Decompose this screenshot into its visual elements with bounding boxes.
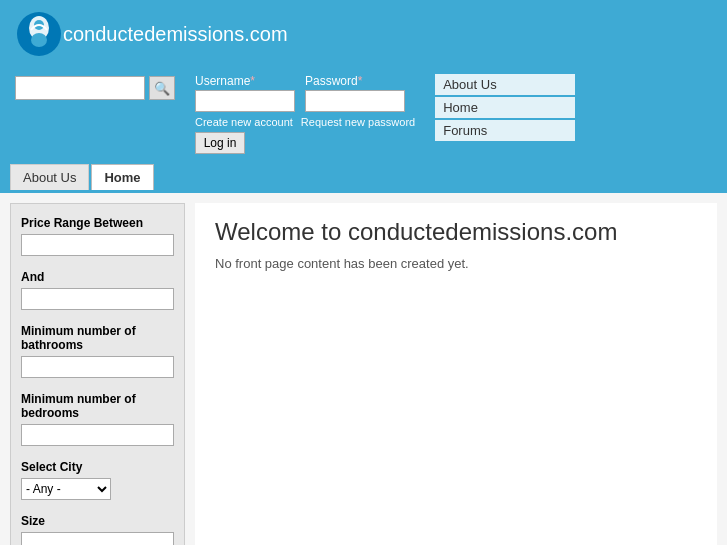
select-city-label: Select City bbox=[21, 460, 174, 474]
content-area: Welcome to conductedemissions.com No fro… bbox=[195, 203, 717, 545]
city-select[interactable]: - Any - bbox=[21, 478, 111, 500]
search-icon: 🔍 bbox=[154, 81, 170, 96]
price-range-section: Price Range Between bbox=[21, 216, 174, 264]
size-input[interactable] bbox=[21, 532, 174, 545]
price-range-max-input[interactable] bbox=[21, 288, 174, 310]
nav-about-us[interactable]: About Us bbox=[435, 74, 575, 95]
drupal-logo bbox=[15, 10, 63, 58]
site-title: conductedemissions.com bbox=[63, 23, 288, 46]
login-form: Username* Password* Create new account R… bbox=[195, 74, 415, 154]
main: Price Range Between And Minimum number o… bbox=[0, 193, 727, 545]
password-label: Password* bbox=[305, 74, 405, 88]
nav-home[interactable]: Home bbox=[435, 97, 575, 118]
nav-forums[interactable]: Forums bbox=[435, 120, 575, 141]
and-label: And bbox=[21, 270, 174, 284]
no-content-message: No front page content has been created y… bbox=[215, 256, 697, 271]
nav-menu: About Us Home Forums bbox=[435, 74, 575, 141]
min-bedrooms-section: Minimum number of bedrooms bbox=[21, 392, 174, 454]
login-fields: Username* Password* bbox=[195, 74, 415, 112]
svg-point-2 bbox=[31, 33, 47, 47]
request-password-link[interactable]: Request new password bbox=[301, 116, 415, 128]
tab-home[interactable]: Home bbox=[91, 164, 153, 190]
min-bedrooms-input[interactable] bbox=[21, 424, 174, 446]
password-field[interactable] bbox=[305, 90, 405, 112]
select-city-section: Select City - Any - bbox=[21, 460, 174, 508]
login-btn-row: Log in bbox=[195, 132, 415, 154]
size-label: Size bbox=[21, 514, 174, 528]
price-range-min-input[interactable] bbox=[21, 234, 174, 256]
search-input[interactable] bbox=[15, 76, 145, 100]
username-label-group: Username* bbox=[195, 74, 295, 112]
login-links: Create new account Request new password bbox=[195, 116, 415, 128]
min-bathrooms-label: Minimum number of bathrooms bbox=[21, 324, 174, 352]
header: conductedemissions.com bbox=[0, 0, 727, 68]
price-range-label: Price Range Between bbox=[21, 216, 174, 230]
username-label: Username* bbox=[195, 74, 295, 88]
welcome-title: Welcome to conductedemissions.com bbox=[215, 218, 697, 246]
min-bathrooms-input[interactable] bbox=[21, 356, 174, 378]
username-field[interactable] bbox=[195, 90, 295, 112]
min-bathrooms-section: Minimum number of bathrooms bbox=[21, 324, 174, 386]
create-account-link[interactable]: Create new account bbox=[195, 116, 293, 128]
size-section: Size bbox=[21, 514, 174, 545]
sidebar: Price Range Between And Minimum number o… bbox=[10, 203, 185, 545]
login-button[interactable]: Log in bbox=[195, 132, 245, 154]
search-button[interactable]: 🔍 bbox=[149, 76, 175, 100]
tabbar: About Us Home bbox=[0, 164, 727, 193]
topbar: 🔍 Username* Password* Create new account… bbox=[0, 68, 727, 164]
min-bedrooms-label: Minimum number of bedrooms bbox=[21, 392, 174, 420]
password-label-group: Password* bbox=[305, 74, 405, 112]
tab-about-us[interactable]: About Us bbox=[10, 164, 89, 190]
search-form: 🔍 bbox=[15, 76, 175, 100]
and-section: And bbox=[21, 270, 174, 318]
